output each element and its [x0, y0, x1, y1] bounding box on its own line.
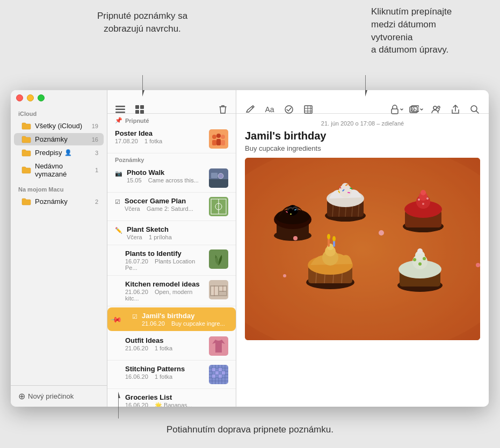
- note-stitching-content: Stitching Patterns 16.06.20 1 fotka: [125, 365, 205, 380]
- close-button[interactable]: [16, 94, 23, 101]
- plants-identify-thumb-svg: [209, 249, 228, 269]
- sidebar-label-poznamky-local: Poznámky: [35, 197, 68, 205]
- note-stitching-meta: 16.06.20 1 fotka: [125, 373, 205, 380]
- grid-view-icon: [135, 105, 144, 114]
- note-item-groceries[interactable]: Groceries List 16.06.20 🌟 Bananas...: [107, 389, 236, 407]
- note-plants-identify-content: Plants to Identify 16.07.20 Plants Locat…: [125, 249, 205, 271]
- notes-section-header: Poznámky: [107, 153, 236, 164]
- photo-walk-icon: 📷: [115, 170, 122, 177]
- note-plant-sketch-content: Plant Sketch Včera 1 príloha: [127, 225, 228, 240]
- svg-rect-46: [212, 374, 215, 378]
- share-icon: [451, 105, 460, 114]
- new-folder-plus-icon: ⊕: [18, 391, 25, 401]
- new-folder-button[interactable]: ⊕ Nový priečinok: [18, 391, 99, 401]
- sidebar-label-all-icloud: Všetky (iCloud): [35, 122, 82, 130]
- note-item-photo-walk[interactable]: 📷 Photo Walk 15.05 Came across this...: [107, 164, 236, 193]
- note-plants-identify-thumb: [209, 249, 228, 269]
- poster-idea-thumb-svg: [209, 129, 228, 149]
- lock-chevron-icon: [399, 107, 404, 112]
- svg-rect-47: [219, 374, 222, 378]
- note-detail-image: [245, 158, 480, 340]
- note-soccer-content: Soccer Game Plan Včera Game 2: Saturd...: [125, 197, 205, 212]
- note-kitchen-content: Kitchen remodel ideas 21.06.20 Open, mod…: [125, 280, 205, 302]
- compose-icon: [245, 105, 255, 114]
- note-item-kitchen[interactable]: Kitchen remodel ideas 21.06.20 Open, mod…: [107, 276, 236, 306]
- svg-rect-27: [219, 292, 226, 295]
- svg-point-58: [412, 108, 415, 110]
- checklist-icon: [284, 105, 294, 114]
- soccer-icon: ☑: [115, 199, 120, 205]
- photos-icon: [409, 105, 419, 114]
- badge-poznamky-local: 2: [90, 199, 98, 205]
- annotation-bottom: Potiahnutím doprava pripnete poznámku.: [156, 423, 344, 436]
- note-item-plants-identify[interactable]: Plants to Identify 16.07.20 Plants Locat…: [107, 245, 236, 276]
- note-detail-content: 21. jún 2020 o 17:08 – zdieľané Jamil's …: [236, 114, 489, 407]
- note-kitchen-meta: 21.06.20 Open, modern kitc...: [125, 289, 205, 302]
- note-item-outfit-ideas[interactable]: Outfit Ideas 21.06.20 1 fotka: [107, 332, 236, 361]
- folder-icon-predpisy: [21, 149, 31, 157]
- note-groceries-title: Groceries List: [125, 393, 228, 401]
- sidebar-item-poznamky-local[interactable]: Poznámky 2: [14, 195, 104, 208]
- svg-rect-22: [209, 249, 228, 269]
- sidebar-label-recently-deleted: Nedávno vymazané: [35, 162, 90, 178]
- note-item-soccer[interactable]: ☑ Soccer Game Plan Včera Game 2: Saturd.…: [107, 193, 236, 221]
- svg-rect-43: [219, 368, 222, 371]
- folder-icon-local: [21, 198, 31, 205]
- cupcake-image-svg: [245, 158, 480, 340]
- svg-rect-50: [305, 106, 312, 113]
- svg-point-49: [285, 106, 293, 113]
- svg-point-10: [221, 135, 225, 139]
- kitchen-thumb-svg: [209, 280, 228, 299]
- svg-line-48: [252, 107, 253, 108]
- icloud-section-label: iCloud: [11, 105, 107, 119]
- folder-icon-poznamky: [21, 136, 31, 143]
- svg-rect-5: [135, 110, 139, 114]
- note-item-jamils-birthday-wrapper: 📌 ☑ Jamil's birthday 21.06.20 Buy cupcak…: [107, 307, 236, 331]
- main-window: iCloud Všetky (iCloud) 19 Poznámky 16 Pr…: [11, 90, 489, 407]
- sidebar-item-recently-deleted[interactable]: Nedávno vymazané 1: [14, 160, 104, 180]
- note-groceries-meta: 16.06.20 🌟 Bananas...: [125, 402, 228, 407]
- note-item-jamils-birthday[interactable]: ☑ Jamil's birthday 21.06.20 Buy cupcake …: [125, 307, 236, 331]
- notes-section-label: Poznámky: [115, 157, 144, 163]
- note-photo-walk-meta: 15.05 Came across this...: [127, 177, 205, 183]
- annotation-top-left: Pripnuté poznámky sazobrazujú navrchu.: [83, 10, 201, 35]
- notes-list-panel: 📌 Pripnuté Poster Idea 17.08.20 1 fotka: [107, 90, 236, 407]
- sidebar: iCloud Všetky (iCloud) 19 Poznámky 16 Pr…: [11, 90, 107, 407]
- note-poster-idea-thumb: [209, 129, 228, 149]
- sidebar-item-predpisy[interactable]: Predpisy 👤 3: [14, 146, 104, 159]
- note-kitchen-title: Kitchen remodel ideas: [125, 280, 205, 288]
- svg-rect-45: [222, 371, 225, 374]
- lock-icon: [390, 105, 399, 114]
- svg-point-9: [216, 134, 221, 138]
- note-jamils-birthday-meta: 21.06.20 Buy cupcake ingre...: [142, 320, 228, 327]
- note-soccer-title: Soccer Game Plan: [125, 197, 205, 205]
- folder-icon: [21, 122, 31, 130]
- pin-icon: 📌: [115, 117, 122, 124]
- sidebar-item-all-icloud[interactable]: Všetky (iCloud) 19: [14, 120, 104, 132]
- note-plants-identify-title: Plants to Identify: [125, 249, 205, 258]
- note-outfit-ideas-title: Outfit Ideas: [125, 336, 205, 344]
- note-item-stitching[interactable]: Stitching Patterns 16.06.20 1 fotka: [107, 361, 236, 389]
- note-plant-sketch-meta: Včera 1 príloha: [127, 234, 228, 240]
- minimize-button[interactable]: [27, 94, 34, 101]
- note-photo-walk-content: Photo Walk 15.05 Came across this...: [127, 168, 205, 183]
- note-photo-walk-title: Photo Walk: [127, 168, 205, 177]
- note-groceries-content: Groceries List 16.06.20 🌟 Bananas...: [125, 393, 228, 407]
- collaborate-icon: [431, 105, 441, 114]
- sidebar-item-poznamky-icloud[interactable]: Poznámky 16: [14, 133, 104, 145]
- svg-rect-126: [245, 158, 480, 340]
- note-item-plant-sketch[interactable]: ✏️ Plant Sketch Včera 1 príloha: [107, 221, 236, 245]
- note-outfit-ideas-thumb: [209, 336, 228, 356]
- delete-icon: [219, 105, 227, 114]
- plant-sketch-icon: ✏️: [115, 227, 122, 234]
- pin-strip-icon: 📌: [110, 313, 122, 325]
- sidebar-label-predpisy: Predpisy: [35, 149, 62, 157]
- note-jamils-birthday-title: Jamil's birthday: [142, 312, 228, 320]
- maximize-button[interactable]: [38, 94, 45, 101]
- note-stitching-thumb: [209, 365, 228, 384]
- jamils-birthday-icon: ☑: [132, 313, 137, 320]
- sidebar-label-poznamky-icloud: Poznámky: [35, 135, 68, 143]
- note-item-poster-idea[interactable]: Poster Idea 17.08.20 1 fotka: [107, 125, 236, 153]
- badge-predpisy: 3: [90, 150, 98, 156]
- badge-recently-deleted: 1: [90, 167, 98, 173]
